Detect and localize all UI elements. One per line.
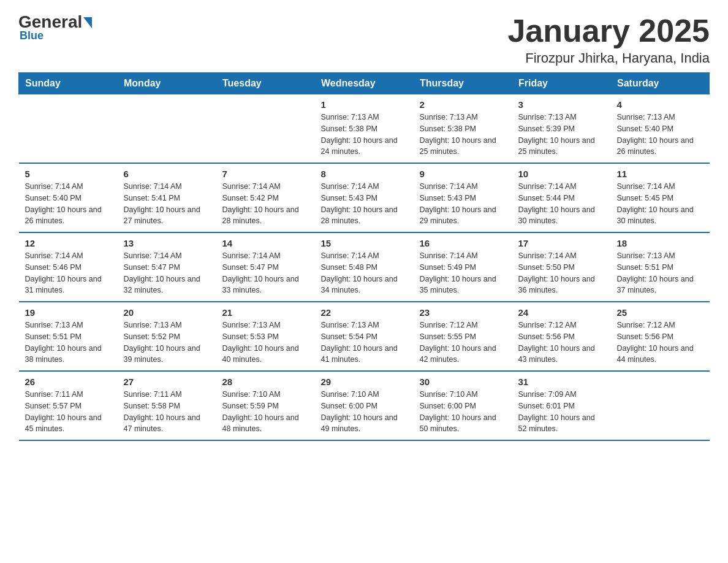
day-info: Sunrise: 7:10 AM Sunset: 6:00 PM Dayligh… [321,389,408,435]
day-info: Sunrise: 7:14 AM Sunset: 5:45 PM Dayligh… [617,181,703,227]
day-info: Sunrise: 7:13 AM Sunset: 5:53 PM Dayligh… [222,320,309,366]
day-info: Sunrise: 7:12 AM Sunset: 5:56 PM Dayligh… [518,320,605,366]
day-number: 17 [518,238,605,248]
calendar-day-cell: 24Sunrise: 7:12 AM Sunset: 5:56 PM Dayli… [512,302,611,371]
calendar-day-cell: 31Sunrise: 7:09 AM Sunset: 6:01 PM Dayli… [512,371,611,440]
calendar-day-cell: 10Sunrise: 7:14 AM Sunset: 5:44 PM Dayli… [512,163,611,232]
calendar-day-cell: 23Sunrise: 7:12 AM Sunset: 5:55 PM Dayli… [414,302,512,371]
day-number: 24 [518,307,605,318]
calendar-day-cell: 9Sunrise: 7:14 AM Sunset: 5:43 PM Daylig… [414,163,512,232]
page-header: General Blue January 2025 Firozpur Jhirk… [18,12,710,66]
col-saturday: Saturday [611,73,710,94]
col-tuesday: Tuesday [216,73,315,94]
calendar-body: 1Sunrise: 7:13 AM Sunset: 5:38 PM Daylig… [19,94,710,441]
day-info: Sunrise: 7:11 AM Sunset: 5:58 PM Dayligh… [124,389,210,435]
day-number: 10 [518,169,605,179]
calendar-day-cell: 7Sunrise: 7:14 AM Sunset: 5:42 PM Daylig… [216,163,315,232]
day-number: 3 [518,99,605,110]
calendar-subtitle: Firozpur Jhirka, Haryana, India [507,50,710,66]
calendar-day-cell: 28Sunrise: 7:10 AM Sunset: 5:59 PM Dayli… [216,371,315,440]
col-monday: Monday [118,73,216,94]
day-info: Sunrise: 7:13 AM Sunset: 5:51 PM Dayligh… [25,320,112,366]
day-info: Sunrise: 7:14 AM Sunset: 5:44 PM Dayligh… [518,181,605,227]
day-info: Sunrise: 7:13 AM Sunset: 5:38 PM Dayligh… [321,112,408,158]
calendar-day-cell [216,94,315,164]
day-info: Sunrise: 7:14 AM Sunset: 5:50 PM Dayligh… [518,250,605,296]
day-info: Sunrise: 7:14 AM Sunset: 5:47 PM Dayligh… [124,250,210,296]
day-info: Sunrise: 7:14 AM Sunset: 5:43 PM Dayligh… [420,181,506,227]
calendar-day-cell: 26Sunrise: 7:11 AM Sunset: 5:57 PM Dayli… [19,371,118,440]
calendar-table: Sunday Monday Tuesday Wednesday Thursday… [18,72,710,441]
day-number: 15 [321,238,408,248]
day-number: 28 [222,377,309,387]
day-info: Sunrise: 7:13 AM Sunset: 5:39 PM Dayligh… [518,112,605,158]
logo: General Blue [18,12,92,42]
calendar-day-cell: 3Sunrise: 7:13 AM Sunset: 5:39 PM Daylig… [512,94,611,164]
day-info: Sunrise: 7:14 AM Sunset: 5:42 PM Dayligh… [222,181,309,227]
day-number: 12 [25,238,112,248]
calendar-day-cell: 20Sunrise: 7:13 AM Sunset: 5:52 PM Dayli… [118,302,216,371]
title-block: January 2025 Firozpur Jhirka, Haryana, I… [507,12,710,66]
day-number: 19 [25,307,112,318]
day-number: 1 [321,99,408,110]
day-number: 23 [420,307,506,318]
calendar-day-cell: 11Sunrise: 7:14 AM Sunset: 5:45 PM Dayli… [611,163,710,232]
day-info: Sunrise: 7:13 AM Sunset: 5:40 PM Dayligh… [617,112,703,158]
calendar-week-row: 1Sunrise: 7:13 AM Sunset: 5:38 PM Daylig… [19,94,710,164]
day-info: Sunrise: 7:13 AM Sunset: 5:51 PM Dayligh… [617,250,703,296]
day-info: Sunrise: 7:12 AM Sunset: 5:55 PM Dayligh… [420,320,506,366]
day-info: Sunrise: 7:12 AM Sunset: 5:56 PM Dayligh… [617,320,703,366]
day-number: 25 [617,307,703,318]
calendar-day-cell: 16Sunrise: 7:14 AM Sunset: 5:49 PM Dayli… [414,232,512,302]
calendar-week-row: 5Sunrise: 7:14 AM Sunset: 5:40 PM Daylig… [19,163,710,232]
day-info: Sunrise: 7:13 AM Sunset: 5:54 PM Dayligh… [321,320,408,366]
day-number: 9 [420,169,506,179]
calendar-title: January 2025 [507,12,710,49]
calendar-day-cell [118,94,216,164]
day-info: Sunrise: 7:09 AM Sunset: 6:01 PM Dayligh… [518,389,605,435]
calendar-day-cell: 8Sunrise: 7:14 AM Sunset: 5:43 PM Daylig… [315,163,414,232]
col-friday: Friday [512,73,611,94]
calendar-day-cell: 30Sunrise: 7:10 AM Sunset: 6:00 PM Dayli… [414,371,512,440]
calendar-week-row: 26Sunrise: 7:11 AM Sunset: 5:57 PM Dayli… [19,371,710,440]
col-wednesday: Wednesday [315,73,414,94]
header-row: Sunday Monday Tuesday Wednesday Thursday… [19,73,710,94]
calendar-day-cell: 6Sunrise: 7:14 AM Sunset: 5:41 PM Daylig… [118,163,216,232]
col-sunday: Sunday [19,73,118,94]
day-info: Sunrise: 7:14 AM Sunset: 5:40 PM Dayligh… [25,181,112,227]
calendar-day-cell: 15Sunrise: 7:14 AM Sunset: 5:48 PM Dayli… [315,232,414,302]
col-thursday: Thursday [414,73,512,94]
calendar-day-cell [611,371,710,440]
day-info: Sunrise: 7:14 AM Sunset: 5:43 PM Dayligh… [321,181,408,227]
day-number: 6 [124,169,210,179]
day-number: 18 [617,238,703,248]
calendar-day-cell: 21Sunrise: 7:13 AM Sunset: 5:53 PM Dayli… [216,302,315,371]
calendar-day-cell: 18Sunrise: 7:13 AM Sunset: 5:51 PM Dayli… [611,232,710,302]
day-number: 27 [124,377,210,387]
calendar-day-cell: 13Sunrise: 7:14 AM Sunset: 5:47 PM Dayli… [118,232,216,302]
day-number: 4 [617,99,703,110]
day-number: 30 [420,377,506,387]
day-number: 7 [222,169,309,179]
calendar-day-cell: 25Sunrise: 7:12 AM Sunset: 5:56 PM Dayli… [611,302,710,371]
day-number: 2 [420,99,506,110]
day-info: Sunrise: 7:14 AM Sunset: 5:41 PM Dayligh… [124,181,210,227]
day-number: 21 [222,307,309,318]
calendar-week-row: 19Sunrise: 7:13 AM Sunset: 5:51 PM Dayli… [19,302,710,371]
calendar-day-cell: 2Sunrise: 7:13 AM Sunset: 5:38 PM Daylig… [414,94,512,164]
calendar-day-cell: 5Sunrise: 7:14 AM Sunset: 5:40 PM Daylig… [19,163,118,232]
day-info: Sunrise: 7:10 AM Sunset: 6:00 PM Dayligh… [420,389,506,435]
calendar-day-cell [19,94,118,164]
day-number: 5 [25,169,112,179]
day-number: 26 [25,377,112,387]
calendar-day-cell: 27Sunrise: 7:11 AM Sunset: 5:58 PM Dayli… [118,371,216,440]
calendar-day-cell: 22Sunrise: 7:13 AM Sunset: 5:54 PM Dayli… [315,302,414,371]
calendar-day-cell: 12Sunrise: 7:14 AM Sunset: 5:46 PM Dayli… [19,232,118,302]
calendar-day-cell: 1Sunrise: 7:13 AM Sunset: 5:38 PM Daylig… [315,94,414,164]
calendar-header: Sunday Monday Tuesday Wednesday Thursday… [19,73,710,94]
day-info: Sunrise: 7:14 AM Sunset: 5:48 PM Dayligh… [321,250,408,296]
day-info: Sunrise: 7:11 AM Sunset: 5:57 PM Dayligh… [25,389,112,435]
day-number: 22 [321,307,408,318]
day-number: 11 [617,169,703,179]
calendar-day-cell: 29Sunrise: 7:10 AM Sunset: 6:00 PM Dayli… [315,371,414,440]
